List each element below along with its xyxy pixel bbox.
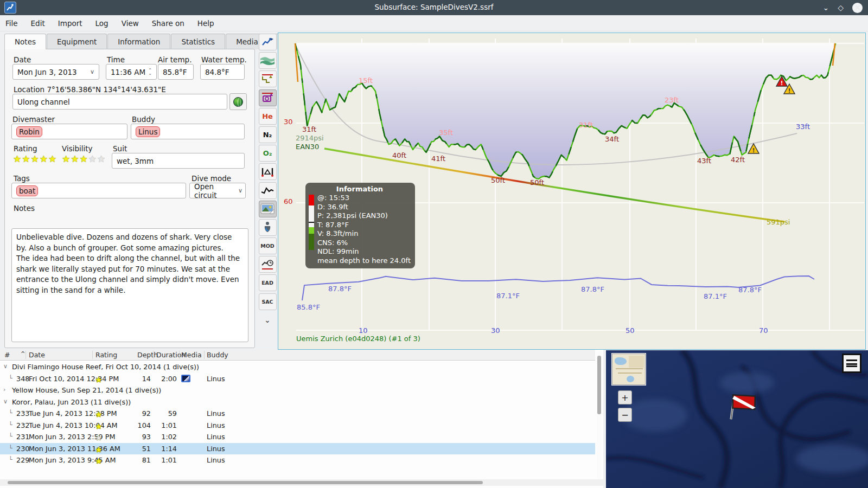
calculated-ceiling-icon[interactable] xyxy=(259,70,277,87)
hscroll-thumb[interactable] xyxy=(8,481,483,484)
tab-notes[interactable]: Notes xyxy=(4,34,46,49)
column-separator[interactable] xyxy=(25,351,26,359)
divemode-select[interactable]: Open circuit∨ xyxy=(189,183,246,198)
pHe-icon[interactable]: He xyxy=(259,108,277,125)
profile-annotation: 33ft xyxy=(796,123,810,131)
column-separator[interactable] xyxy=(204,351,205,359)
dive-row-229[interactable]: └229Mon Jun 3, 2013 9:45 AM★★★★★811:01Li… xyxy=(0,454,595,466)
dive-row-230[interactable]: └230Mon Jun 3, 2013 11:36 AM★★★★★511:14L… xyxy=(0,443,595,455)
column-header-num[interactable]: # xyxy=(4,351,10,359)
rating-stars[interactable]: ★★★★★ xyxy=(13,153,57,164)
tree-branch-icon: └ xyxy=(9,375,12,382)
maximize-icon[interactable]: ◇ xyxy=(838,3,844,12)
chevron-collapsed-icon[interactable]: › xyxy=(3,386,5,393)
map-globe-button[interactable] xyxy=(229,93,247,110)
star-icon: ★ xyxy=(88,153,97,164)
menu-item-share-on[interactable]: Share on xyxy=(152,19,184,28)
pN2-icon[interactable]: N₂ xyxy=(259,126,277,143)
time-spinbox[interactable]: 11:36 AM⌃⌄ xyxy=(106,64,157,80)
menu-item-help[interactable]: Help xyxy=(197,19,214,28)
location-input[interactable]: Ulong channel xyxy=(12,94,227,110)
ruler-icon[interactable] xyxy=(259,163,277,180)
profile-annotation: 2914psi xyxy=(296,134,324,142)
sort-indicator-icon[interactable]: ^ xyxy=(21,351,25,357)
close-icon[interactable]: ✕ xyxy=(852,3,863,13)
suit-input[interactable]: wet, 3mm xyxy=(112,153,245,169)
star-icon: ★ xyxy=(80,153,88,164)
profile-diver-icon[interactable] xyxy=(259,34,277,50)
dive-depth: 51 xyxy=(129,445,151,453)
spinner-arrows-icon[interactable]: ⌃⌄ xyxy=(148,69,152,75)
trip-group-row[interactable]: ∨Koror, Palau, Jun 2013 (11 dive(s)) xyxy=(0,396,595,408)
minimize-icon[interactable]: ⌄ xyxy=(822,3,829,12)
ead-icon[interactable]: EAD xyxy=(259,274,277,291)
menu-item-file[interactable]: File xyxy=(5,19,18,28)
star-icon: ★ xyxy=(40,153,48,164)
trip-label: Koror, Palau, Jun 2013 (11 dive(s)) xyxy=(12,398,131,406)
dive-row-233[interactable]: └233Tue Jun 4, 2013 12:28 PM★★★★★9259Lin… xyxy=(0,408,595,420)
column-header-depth[interactable]: Depth xyxy=(137,351,158,359)
menu-item-view[interactable]: View xyxy=(122,19,139,28)
menu-item-edit[interactable]: Edit xyxy=(31,19,45,28)
column-header-buddy[interactable]: Buddy xyxy=(207,351,228,359)
tab-information[interactable]: Information xyxy=(107,34,170,49)
deco-icon[interactable] xyxy=(259,256,277,273)
vscroll-thumb[interactable] xyxy=(597,356,601,414)
dive-number: 233 xyxy=(16,409,29,418)
divemaster-input[interactable]: Robin xyxy=(11,124,127,139)
horizontal-scrollbar[interactable] xyxy=(0,479,603,486)
media-thumbnail-icon[interactable] xyxy=(181,375,190,382)
chevron-expanded-icon[interactable]: ∨ xyxy=(3,363,8,370)
dive-list-header[interactable]: #DateRatingDepthDurationMediaBuddy^ xyxy=(0,350,595,361)
column-header-media[interactable]: Media xyxy=(181,351,202,359)
pictures-icon[interactable] xyxy=(259,52,277,69)
column-separator[interactable] xyxy=(179,351,180,359)
vertical-scrollbar[interactable] xyxy=(597,351,602,479)
visibility-stars[interactable]: ★★★★★ xyxy=(62,153,106,164)
dive-profile-chart[interactable]: ! ! ! 30601030507015ft31ft2914psiEAN3040… xyxy=(278,33,866,350)
dive-guide-icon[interactable] xyxy=(259,219,277,236)
trip-group-row[interactable]: ∨Divi Flamingo House Reef, Fri Oct 10, 2… xyxy=(0,361,595,373)
column-separator[interactable] xyxy=(92,351,93,359)
column-header-rating[interactable]: Rating xyxy=(95,351,117,359)
trip-group-row[interactable]: ›Yellow House, Sun Sep 21, 2014 (1 dive(… xyxy=(0,384,595,396)
chevron-expanded-icon[interactable]: ∨ xyxy=(3,398,8,405)
menu-item-import[interactable]: Import xyxy=(58,19,82,28)
tooltip-row: P: 2,381psi (EAN30) xyxy=(317,211,411,221)
star-icon: ★ xyxy=(48,153,57,164)
buddy-input[interactable]: Linus xyxy=(131,124,245,139)
mod-icon[interactable]: MOD xyxy=(259,237,277,254)
toolbar-scroll-down-icon[interactable]: ⌄ xyxy=(259,312,277,329)
tooltip-row: D: 36.9ft xyxy=(317,203,411,212)
map-menu-button[interactable] xyxy=(842,354,861,373)
dc-reported-ceiling-icon[interactable] xyxy=(259,89,277,106)
tab-equipment[interactable]: Equipment xyxy=(47,34,107,49)
dive-row-231[interactable]: └231Mon Jun 3, 2013 2:59 PM★★★★★931:02Li… xyxy=(0,431,595,443)
map-zoom-out-button[interactable]: − xyxy=(618,408,632,422)
tags-input[interactable]: boat xyxy=(11,183,186,198)
dive-row-232[interactable]: └232Tue Jun 4, 2013 10:04 AM★★★★★1041:01… xyxy=(0,420,595,432)
dive-site-map[interactable]: + − xyxy=(606,350,868,488)
chevron-down-icon: ∨ xyxy=(238,187,242,194)
column-header-date[interactable]: Date xyxy=(29,351,45,359)
photos-icon[interactable] xyxy=(259,201,277,217)
heartrate-icon[interactable] xyxy=(259,182,277,199)
menu-item-log[interactable]: Log xyxy=(95,19,108,28)
map-zoom-in-button[interactable]: + xyxy=(618,390,632,404)
minimap-thumbnail[interactable] xyxy=(612,354,646,385)
information-tooltip[interactable]: Information @: 15:53D: 36.9ftP: 2,381psi… xyxy=(305,183,415,268)
x-axis-tick: 50 xyxy=(626,326,635,335)
sac-icon[interactable]: SAC xyxy=(259,293,277,310)
column-separator[interactable] xyxy=(153,351,154,359)
location-label: Location 7°16'58.386"N 134°14'43.631"E xyxy=(14,85,166,94)
watertemp-field[interactable]: 84.8°F xyxy=(200,64,245,80)
notes-textarea[interactable]: Unbelievable dive. Dozens and dozens of … xyxy=(11,228,248,342)
tab-statistics[interactable]: Statistics xyxy=(171,34,225,49)
airtemp-field[interactable]: 85.8°F xyxy=(158,64,194,80)
pO2-icon[interactable]: O₂ xyxy=(259,145,277,162)
profile-annotation: 41ft xyxy=(431,155,445,163)
buddy-label: Buddy xyxy=(132,115,155,124)
star-icon: ★ xyxy=(97,153,106,164)
date-combobox[interactable]: Mon Jun 3, 2013∨ xyxy=(12,64,99,80)
dive-row-348[interactable]: └348Fri Oct 10, 2014 12:34 PM★★★★★142:00… xyxy=(0,373,595,385)
